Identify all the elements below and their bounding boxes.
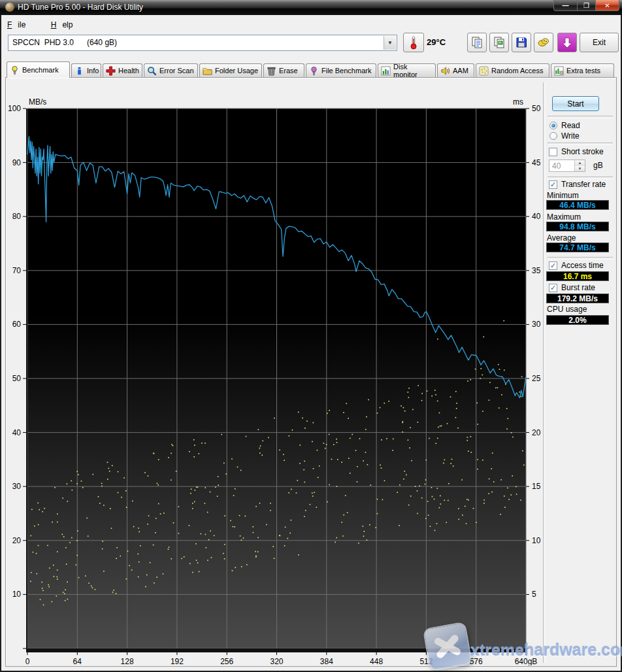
copy-image-icon <box>493 36 506 49</box>
minimize-button[interactable]: — <box>553 0 578 11</box>
tab-label: Benchmark <box>22 66 59 74</box>
minimum-value: 46.4 MB/s <box>546 200 609 210</box>
copy-text-icon <box>470 36 483 49</box>
tab-label: Erase <box>279 67 298 75</box>
thermometer-icon <box>409 35 418 50</box>
trash-icon <box>267 66 276 76</box>
y-right-tick-label: 40 <box>532 212 541 221</box>
x-tick-label: 64 <box>73 657 82 665</box>
menu-help-rest: elp <box>56 18 78 31</box>
spin-down-icon[interactable]: ▼ <box>575 166 585 172</box>
window-title: HD Tune Pro 5.00 - Hard Disk Utility <box>18 3 143 12</box>
transfer-rate-checkbox[interactable]: ✓ <box>549 180 557 189</box>
access-time-checkbox[interactable]: ✓ <box>549 261 557 270</box>
title-bar: HD Tune Pro 5.00 - Hard Disk Utility — ❐… <box>0 0 622 15</box>
read-radio[interactable] <box>549 122 557 129</box>
options-button[interactable] <box>534 33 553 52</box>
capture-button[interactable] <box>557 33 577 52</box>
y-right-tick-label: 45 <box>532 158 541 167</box>
tab-benchmark[interactable]: Benchmark <box>7 61 70 78</box>
tab-extra-tests[interactable]: Extra tests <box>551 63 614 77</box>
tab-file-benchmark[interactable]: File Benchmark <box>306 63 376 77</box>
tab-label: Extra tests <box>566 67 600 75</box>
close-button[interactable]: ✕ <box>595 0 619 11</box>
y-axis-line <box>26 109 27 652</box>
tab-folder-usage[interactable]: Folder Usage <box>199 63 262 77</box>
burst-rate-checkbox[interactable]: ✓ <box>549 284 557 292</box>
write-radio[interactable] <box>549 132 557 140</box>
short-stroke-label: Short stroke <box>561 147 604 156</box>
y-left-tick-label: 100 <box>8 104 21 113</box>
y-left-tick-label: 30 <box>12 482 22 491</box>
separator <box>548 176 613 179</box>
y-right-tick-label: 15 <box>532 482 541 491</box>
tab-health[interactable]: Health <box>103 63 142 77</box>
cpu-usage-value: 2.0% <box>546 315 609 325</box>
x-tick-label: 448 <box>370 657 383 665</box>
exit-button[interactable]: Exit <box>580 33 619 52</box>
spin-up-icon[interactable]: ▲ <box>575 160 585 166</box>
dots-icon <box>479 66 489 76</box>
save-screenshot-button[interactable] <box>512 33 531 52</box>
write-label: Write <box>561 131 580 141</box>
burst-rate-label: Burst rate <box>561 283 595 292</box>
y-left-tick-label: 60 <box>12 320 22 329</box>
y-right-tick-label: 35 <box>532 266 541 275</box>
tab-error-scan[interactable]: Error Scan <box>144 63 198 77</box>
menu-bar: File Help <box>1 15 621 29</box>
menu-file[interactable]: File <box>1 15 37 33</box>
y-right-tick-label: 25 <box>532 374 541 383</box>
tab-info[interactable]: Info <box>71 63 101 77</box>
x-tick-label: 192 <box>171 657 184 665</box>
copy-image-button[interactable] <box>489 33 509 52</box>
menu-file-accel: F <box>7 20 12 29</box>
cross-red-icon <box>106 66 116 76</box>
short-stroke-size-spinner[interactable]: 40 ▲▼ <box>549 160 585 172</box>
minimum-label: Minimum <box>547 191 579 200</box>
separator <box>548 143 613 145</box>
separator <box>548 116 613 118</box>
tab-label: Error Scan <box>159 67 194 75</box>
y-right-tick-label: 20 <box>532 428 541 437</box>
floppy-icon <box>515 36 528 49</box>
maximize-button[interactable]: ❐ <box>578 0 595 11</box>
tab-random-access[interactable]: Random Access <box>476 63 549 77</box>
maximum-label: Maximum <box>547 212 581 222</box>
x-tick-label: 320 <box>270 657 283 665</box>
options-icon <box>537 36 550 49</box>
y-left-tick-label: 10 <box>12 590 22 599</box>
menu-help[interactable]: Help <box>45 15 85 33</box>
tab-erase[interactable]: Erase <box>263 63 304 77</box>
y-left-tick-label: 20 <box>12 536 22 545</box>
drive-select[interactable]: SPCCN PHD 3.0 (640 gB) ▼ <box>8 35 397 51</box>
spinner-arrows[interactable]: ▲▼ <box>574 160 585 171</box>
chevron-down-icon[interactable]: ▼ <box>384 36 396 50</box>
average-value: 74.7 MB/s <box>546 243 609 252</box>
copy-text-button[interactable] <box>467 33 487 52</box>
y-left-tick-label: 70 <box>12 266 22 275</box>
tab-disk-monitor[interactable]: Disk monitor <box>378 63 436 77</box>
bars-icon <box>381 66 391 76</box>
temperature-button[interactable] <box>403 33 424 52</box>
tab-label: File Benchmark <box>321 67 371 75</box>
down-arrow-icon <box>561 36 574 49</box>
access-time-value: 16.7 ms <box>546 271 609 281</box>
benchmark-chart: 1009080706050403020105045403530252015105… <box>7 78 544 665</box>
magnifier-icon <box>147 66 157 76</box>
x-tick-label: 384 <box>320 657 333 665</box>
y-right-tick-label: 50 <box>532 104 541 113</box>
temperature-value: 29°C <box>427 37 446 47</box>
maximum-value: 94.8 MB/s <box>546 222 609 231</box>
average-label: Average <box>547 233 576 243</box>
x-tick-label: 128 <box>121 657 134 665</box>
tab-label: Info <box>87 67 99 75</box>
menu-help-accel: H <box>51 20 57 29</box>
tab-aam[interactable]: AAM <box>437 63 474 77</box>
bulb-yellow-icon <box>10 65 20 75</box>
short-stroke-checkbox[interactable] <box>549 148 557 156</box>
y-left-tick-label: 90 <box>12 158 22 167</box>
tab-label: Folder Usage <box>215 67 258 75</box>
watermark-text: xtremehardware.com <box>470 641 622 660</box>
start-button[interactable]: Start <box>552 96 599 111</box>
y-right-unit-label: ms <box>513 97 523 107</box>
